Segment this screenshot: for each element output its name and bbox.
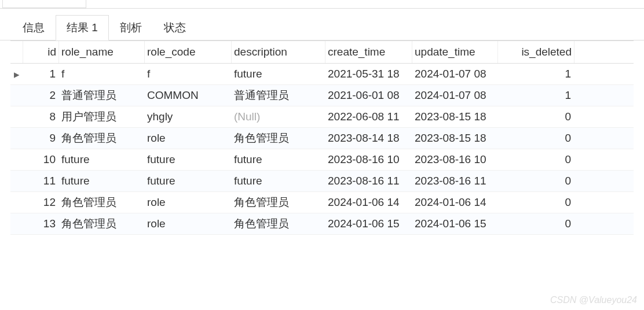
cell-update-time[interactable]: 2024-01-07 08: [412, 86, 498, 105]
cell-id[interactable]: 12: [23, 193, 59, 212]
header-create-time[interactable]: create_time: [325, 41, 412, 63]
cell-create-time[interactable]: 2023-08-16 10: [325, 150, 412, 169]
cell-role-code[interactable]: future: [145, 150, 232, 169]
table-row[interactable]: 11futurefuturefuture2023-08-16 112023-08…: [10, 171, 634, 192]
tab-profile[interactable]: 剖析: [109, 15, 153, 40]
cell-description[interactable]: future: [232, 150, 325, 169]
tab-status[interactable]: 状态: [153, 15, 197, 40]
table-row[interactable]: 13角色管理员role角色管理员2024-01-06 152024-01-06 …: [10, 213, 634, 235]
cell-role-code[interactable]: role: [145, 215, 232, 233]
cell-id[interactable]: 2: [23, 86, 59, 105]
cell-role-code[interactable]: COMMON: [145, 86, 232, 105]
cell-role-code[interactable]: future: [145, 172, 232, 190]
cell-create-time[interactable]: 2024-01-06 15: [325, 215, 412, 233]
cell-role-code[interactable]: role: [145, 129, 232, 147]
result-tabs: 信息 结果 1 剖析 状态: [0, 14, 644, 40]
cell-description[interactable]: 普通管理员: [232, 85, 325, 106]
header-role-code[interactable]: role_code: [145, 41, 232, 63]
grid-header: id role_name role_code description creat…: [10, 40, 634, 64]
cell-is-deleted[interactable]: 0: [498, 150, 575, 169]
cell-id[interactable]: 9: [23, 129, 59, 147]
cell-id[interactable]: 1: [23, 65, 59, 83]
cell-update-time[interactable]: 2024-01-06 15: [412, 215, 498, 233]
row-marker: [10, 135, 23, 141]
cell-role-name[interactable]: 角色管理员: [59, 128, 145, 149]
table-row[interactable]: ▸1fffuture2021-05-31 182024-01-07 081: [10, 64, 634, 85]
cell-id[interactable]: 13: [23, 215, 59, 233]
cell-description[interactable]: future: [232, 172, 325, 190]
row-marker: [10, 200, 23, 205]
header-is-deleted[interactable]: is_deleted: [498, 41, 575, 63]
cell-update-time[interactable]: 2024-01-06 14: [412, 193, 498, 212]
cell-is-deleted[interactable]: 0: [498, 172, 575, 190]
header-description[interactable]: description: [232, 41, 325, 63]
cell-is-deleted[interactable]: 0: [498, 129, 575, 147]
watermark: CSDN @Valueyou24: [550, 295, 637, 305]
table-row[interactable]: 2普通管理员COMMON普通管理员2021-06-01 082024-01-07…: [10, 85, 634, 106]
cell-role-name[interactable]: future: [59, 150, 145, 169]
row-marker: [10, 157, 23, 163]
row-marker: [10, 114, 23, 120]
cell-update-time[interactable]: 2023-08-16 11: [412, 172, 498, 190]
table-row[interactable]: 12角色管理员role角色管理员2024-01-06 142024-01-06 …: [10, 192, 634, 213]
top-bar: [0, 0, 644, 9]
cell-is-deleted[interactable]: 0: [498, 215, 575, 233]
row-marker: [10, 221, 23, 227]
header-marker: [10, 41, 23, 63]
cell-id[interactable]: 8: [23, 108, 59, 126]
row-marker: ▸: [10, 65, 23, 84]
cell-description[interactable]: (Null): [232, 108, 325, 126]
cell-update-time[interactable]: 2023-08-15 18: [412, 108, 498, 126]
cell-create-time[interactable]: 2023-08-16 11: [325, 172, 412, 190]
cell-description[interactable]: future: [232, 65, 325, 83]
cell-update-time[interactable]: 2024-01-07 08: [412, 65, 498, 83]
cell-create-time[interactable]: 2021-05-31 18: [325, 65, 412, 83]
cell-description[interactable]: 角色管理员: [232, 128, 325, 149]
cell-create-time[interactable]: 2022-06-08 11: [325, 108, 412, 126]
result-grid: id role_name role_code description creat…: [10, 40, 634, 235]
cell-role-name[interactable]: 角色管理员: [59, 192, 145, 213]
cell-role-code[interactable]: f: [145, 65, 232, 83]
table-row[interactable]: 8用户管理员yhgly(Null)2022-06-08 112023-08-15…: [10, 106, 634, 128]
cell-create-time[interactable]: 2024-01-06 14: [325, 193, 412, 212]
cell-role-name[interactable]: f: [59, 65, 145, 83]
cell-id[interactable]: 10: [23, 150, 59, 169]
cell-role-code[interactable]: role: [145, 193, 232, 212]
table-row[interactable]: 9角色管理员role角色管理员2023-08-14 182023-08-15 1…: [10, 128, 634, 149]
cell-create-time[interactable]: 2021-06-01 08: [325, 86, 412, 105]
cell-is-deleted[interactable]: 1: [498, 86, 575, 105]
cell-role-name[interactable]: 用户管理员: [59, 106, 145, 127]
tab-info[interactable]: 信息: [12, 15, 56, 40]
cell-role-code[interactable]: yhgly: [145, 108, 232, 126]
row-marker: [10, 178, 23, 184]
cell-description[interactable]: 角色管理员: [232, 192, 325, 213]
cell-update-time[interactable]: 2023-08-16 10: [412, 150, 498, 169]
cell-is-deleted[interactable]: 0: [498, 108, 575, 126]
cell-is-deleted[interactable]: 0: [498, 193, 575, 212]
header-role-name[interactable]: role_name: [59, 41, 145, 63]
cell-role-name[interactable]: 角色管理员: [59, 213, 145, 234]
cell-role-name[interactable]: 普通管理员: [59, 85, 145, 106]
cell-description[interactable]: 角色管理员: [232, 213, 325, 234]
cell-update-time[interactable]: 2023-08-15 18: [412, 129, 498, 147]
header-id[interactable]: id: [23, 41, 59, 63]
row-marker: [10, 93, 23, 98]
cell-id[interactable]: 11: [23, 172, 59, 190]
top-bar-box: [2, 0, 86, 8]
grid-body: ▸1fffuture2021-05-31 182024-01-07 0812普通…: [10, 64, 634, 235]
header-update-time[interactable]: update_time: [412, 41, 498, 63]
tab-result-1[interactable]: 结果 1: [56, 15, 109, 40]
table-row[interactable]: 10futurefuturefuture2023-08-16 102023-08…: [10, 149, 634, 171]
cell-is-deleted[interactable]: 1: [498, 65, 575, 83]
cell-role-name[interactable]: future: [59, 172, 145, 190]
cell-create-time[interactable]: 2023-08-14 18: [325, 129, 412, 147]
